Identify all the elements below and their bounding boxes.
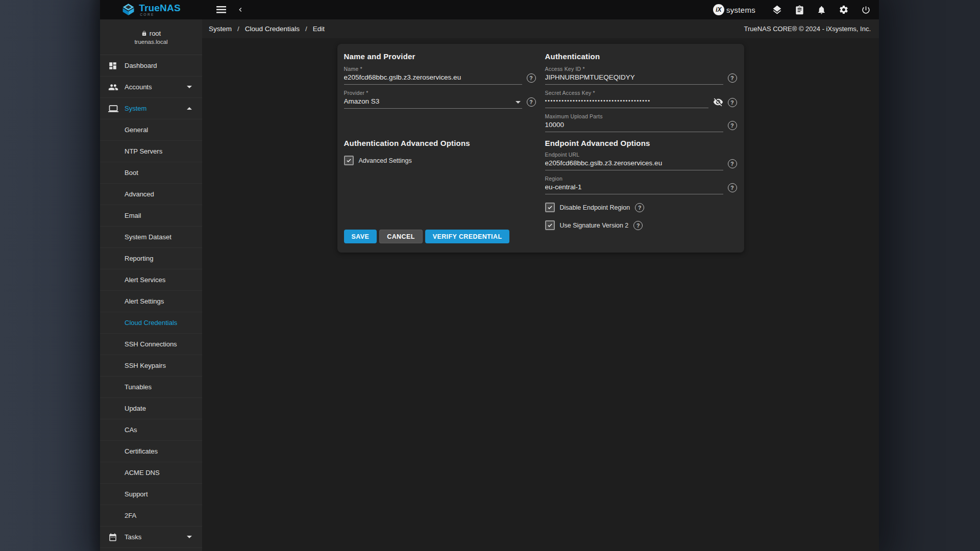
ixsystems-logo[interactable]: iX systems — [713, 4, 755, 15]
sidebar-item-update[interactable]: Update — [100, 398, 202, 419]
endpoint-url-input[interactable]: e205fcd68bbc.gslb.z3.zeroservices.eu — [545, 158, 723, 170]
sidebar-item-reporting[interactable]: Reporting — [100, 248, 202, 269]
username: root — [150, 30, 161, 37]
sidebar-item-system[interactable]: System — [100, 98, 202, 119]
verify-credential-button[interactable]: VERIFY CREDENTIAL — [425, 230, 510, 243]
chevron-down-icon — [187, 86, 192, 88]
region-label: Region — [545, 176, 737, 182]
back-icon[interactable] — [236, 6, 244, 14]
help-icon[interactable]: ? — [728, 183, 737, 192]
truenas-logo-icon — [121, 4, 135, 16]
breadcrumb-cloud-credentials[interactable]: Cloud Credentials — [245, 25, 300, 33]
breadcrumb-edit[interactable]: Edit — [313, 25, 325, 33]
chevron-up-icon — [187, 107, 192, 110]
user-block: root truenas.local — [100, 19, 202, 55]
menu-icon[interactable] — [216, 6, 226, 13]
truenas-logo[interactable]: TrueNAS CORE — [100, 3, 202, 17]
section-title: Name and Provider — [344, 52, 536, 61]
access-key-input[interactable]: JIPHNURBPMTUEQEQIDYY — [545, 72, 723, 85]
secret-key-input[interactable]: •••••••••••••••••••••••••••••••••••••• — [545, 96, 708, 108]
advanced-settings-row: Advanced Settings — [344, 156, 536, 165]
chevron-down-icon — [187, 536, 192, 538]
sidebar-item-network[interactable]: Network — [100, 548, 202, 551]
secret-key-label: Secret Access Key * — [545, 90, 737, 96]
disable-endpoint-region-label: Disable Endpoint Region — [560, 204, 630, 211]
section-title: Endpoint Advanced Options — [545, 139, 737, 147]
chevron-down-icon — [516, 101, 521, 104]
sidebar: root truenas.local Dashboard Accounts Sy… — [100, 19, 202, 551]
form-actions: SAVE CANCEL VERIFY CREDENTIAL — [344, 230, 737, 243]
region-input[interactable]: eu-central-1 — [545, 182, 723, 194]
breadcrumb-system[interactable]: System — [209, 25, 232, 33]
sidebar-item-accounts[interactable]: Accounts — [100, 77, 202, 98]
help-icon[interactable]: ? — [527, 73, 536, 83]
alerts-bell-icon[interactable] — [817, 5, 826, 15]
truecommand-icon[interactable] — [772, 5, 782, 15]
ixsystems-logo-icon: iX — [713, 4, 724, 15]
help-icon[interactable]: ? — [527, 97, 536, 107]
sidebar-item-cas[interactable]: CAs — [100, 419, 202, 441]
sidebar-item-2fa[interactable]: 2FA — [100, 505, 202, 527]
use-signature-v2-row: Use Signature Version 2 ? — [545, 220, 737, 230]
disable-endpoint-region-checkbox[interactable] — [545, 203, 555, 212]
header-actions: iX systems — [713, 4, 879, 15]
sidebar-item-ssh-connections[interactable]: SSH Connections — [100, 334, 202, 355]
max-upload-field: Maximum Upload Parts 10000 ? — [545, 113, 737, 132]
section-endpoint-advanced: Endpoint Advanced Options Endpoint URL e… — [545, 133, 737, 223]
sidebar-item-certificates[interactable]: Certificates — [100, 441, 202, 462]
section-title: Authentication — [545, 52, 737, 61]
brand-edition: CORE — [140, 13, 181, 17]
sidebar-item-tunables[interactable]: Tunables — [100, 377, 202, 398]
breadcrumb-separator: / — [237, 25, 239, 33]
cloud-credential-form-card: Name and Provider Name * e205fcd68bbc.gs… — [337, 44, 744, 253]
eye-off-icon[interactable] — [713, 97, 723, 107]
use-signature-v2-checkbox[interactable] — [545, 220, 555, 230]
secret-key-field: Secret Access Key * ••••••••••••••••••••… — [545, 90, 737, 108]
advanced-settings-label: Advanced Settings — [359, 157, 412, 164]
provider-select[interactable]: Amazon S3 — [344, 96, 522, 109]
settings-gear-icon[interactable] — [839, 5, 849, 15]
top-bar: TrueNAS CORE iX systems — [100, 0, 879, 19]
sidebar-item-ntp-servers[interactable]: NTP Servers — [100, 141, 202, 162]
truenas-app-window: TrueNAS CORE iX systems — [100, 0, 879, 551]
name-label: Name * — [344, 66, 536, 72]
breadcrumb-bar: System / Cloud Credentials / Edit TrueNA… — [202, 19, 879, 38]
sidebar-item-advanced[interactable]: Advanced — [100, 184, 202, 205]
cancel-button[interactable]: CANCEL — [379, 230, 422, 243]
region-field: Region eu-central-1 ? — [545, 176, 737, 194]
max-upload-input[interactable]: 10000 — [545, 119, 723, 132]
help-icon[interactable]: ? — [728, 159, 737, 168]
jobs-icon[interactable] — [795, 5, 804, 15]
sidebar-item-tasks[interactable]: Tasks — [100, 527, 202, 548]
sidebar-item-dashboard[interactable]: Dashboard — [100, 55, 202, 77]
hostname: truenas.local — [134, 39, 167, 45]
sidebar-item-cloud-credentials[interactable]: Cloud Credentials — [100, 312, 202, 334]
endpoint-url-label: Endpoint URL — [545, 152, 737, 158]
power-icon[interactable] — [861, 5, 871, 15]
sidebar-item-acme-dns[interactable]: ACME DNS — [100, 462, 202, 484]
sidebar-item-support[interactable]: Support — [100, 484, 202, 505]
sidebar-item-system-dataset[interactable]: System Dataset — [100, 227, 202, 248]
help-icon[interactable]: ? — [728, 121, 737, 130]
help-icon[interactable]: ? — [633, 221, 643, 230]
dashboard-icon — [108, 61, 118, 71]
sidebar-item-ssh-keypairs[interactable]: SSH Keypairs — [100, 355, 202, 377]
name-input[interactable]: e205fcd68bbc.gslb.z3.zeroservices.eu — [344, 72, 522, 85]
ixsystems-logo-text: systems — [726, 6, 755, 14]
help-icon[interactable]: ? — [728, 73, 737, 83]
sidebar-item-boot[interactable]: Boot — [100, 162, 202, 184]
main-content: Name and Provider Name * e205fcd68bbc.gs… — [202, 38, 879, 551]
help-icon[interactable]: ? — [728, 98, 737, 107]
sidebar-item-alert-settings[interactable]: Alert Settings — [100, 291, 202, 312]
sidebar-item-alert-services[interactable]: Alert Services — [100, 269, 202, 291]
sidebar-item-general[interactable]: General — [100, 119, 202, 141]
section-name-provider: Name and Provider Name * e205fcd68bbc.gs… — [344, 47, 536, 133]
save-button[interactable]: SAVE — [344, 230, 377, 243]
sidebar-item-email[interactable]: Email — [100, 205, 202, 227]
max-upload-label: Maximum Upload Parts — [545, 113, 737, 119]
copyright-text: TrueNAS CORE® © 2024 - iXsystems, Inc. — [744, 25, 871, 33]
name-field: Name * e205fcd68bbc.gslb.z3.zeroservices… — [344, 66, 536, 85]
help-icon[interactable]: ? — [635, 203, 644, 212]
brand-name: TrueNAS — [139, 3, 181, 13]
advanced-settings-checkbox[interactable] — [344, 156, 354, 165]
